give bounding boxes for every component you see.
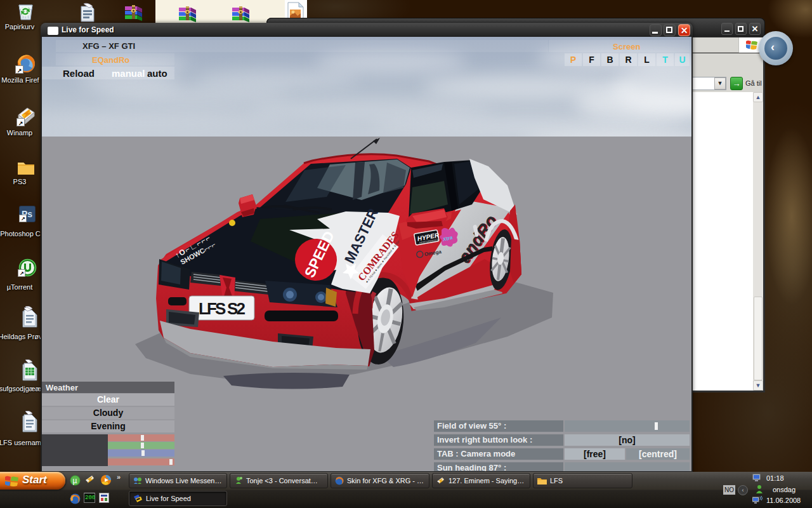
svg-text:µ: µ — [73, 476, 77, 485]
svg-text:LFS S2: LFS S2 — [199, 299, 246, 318]
